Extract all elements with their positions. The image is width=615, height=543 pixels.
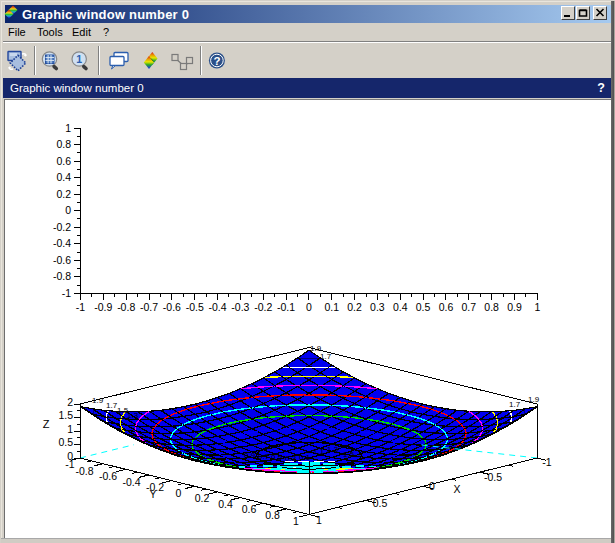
svg-text:0.5: 0.5 bbox=[271, 453, 283, 462]
svg-text:-0.6: -0.6 bbox=[163, 301, 181, 313]
svg-text:0.2: 0.2 bbox=[347, 301, 362, 313]
svg-text:0.3: 0.3 bbox=[285, 454, 297, 463]
svg-text:1.5: 1.5 bbox=[58, 409, 73, 421]
svg-text:0.7: 0.7 bbox=[461, 301, 476, 313]
svg-text:?: ? bbox=[213, 55, 220, 67]
svg-text:1: 1 bbox=[65, 122, 71, 134]
svg-text:-0.7: -0.7 bbox=[140, 301, 158, 313]
svg-text:-0.6: -0.6 bbox=[53, 254, 71, 266]
svg-text:1.7: 1.7 bbox=[509, 400, 521, 409]
svg-text:1: 1 bbox=[316, 514, 322, 526]
svg-text:-1: -1 bbox=[76, 301, 85, 313]
svg-text:-0.8: -0.8 bbox=[53, 270, 71, 282]
svg-text:-0.4: -0.4 bbox=[122, 476, 140, 488]
svg-text:0.4: 0.4 bbox=[56, 171, 71, 183]
svg-text:-0.8: -0.8 bbox=[117, 301, 135, 313]
svg-text:0.8: 0.8 bbox=[484, 301, 499, 313]
svg-text:-1: -1 bbox=[65, 458, 74, 470]
svg-text:-0.5: -0.5 bbox=[484, 471, 502, 483]
svg-text:1: 1 bbox=[67, 423, 73, 435]
svg-text:0.9: 0.9 bbox=[507, 301, 522, 313]
svg-text:1.1: 1.1 bbox=[313, 447, 325, 456]
svg-text:0.7: 0.7 bbox=[258, 452, 270, 461]
svg-text:-0.6: -0.6 bbox=[99, 470, 117, 482]
svg-text:-0.8: -0.8 bbox=[75, 465, 93, 477]
svg-text:0.6: 0.6 bbox=[439, 301, 454, 313]
svg-text:0: 0 bbox=[429, 480, 435, 492]
svg-text:0.6: 0.6 bbox=[242, 503, 257, 515]
svg-text:-1: -1 bbox=[542, 456, 551, 468]
svg-text:1: 1 bbox=[534, 301, 540, 313]
svg-text:0: 0 bbox=[65, 204, 71, 216]
svg-text:-0.4: -0.4 bbox=[208, 301, 226, 313]
svg-text:1.9: 1.9 bbox=[528, 395, 540, 404]
svg-text:1.5: 1.5 bbox=[343, 450, 355, 459]
svg-text:0.8: 0.8 bbox=[265, 509, 280, 521]
svg-text:1: 1 bbox=[293, 515, 299, 527]
svg-text:0.8: 0.8 bbox=[56, 138, 71, 150]
svg-text:-1: -1 bbox=[62, 287, 71, 299]
svg-text:0.2: 0.2 bbox=[56, 188, 71, 200]
svg-text:0.1: 0.1 bbox=[324, 301, 339, 313]
svg-text:-0.2: -0.2 bbox=[53, 221, 71, 233]
svg-text:-0.4: -0.4 bbox=[53, 237, 71, 249]
svg-text:0.9: 0.9 bbox=[244, 451, 256, 460]
svg-text:1.7: 1.7 bbox=[106, 401, 118, 410]
svg-text:1.3: 1.3 bbox=[127, 411, 139, 420]
svg-text:-0.9: -0.9 bbox=[94, 301, 112, 313]
svg-text:0.1: 0.1 bbox=[299, 453, 311, 462]
svg-text:0: 0 bbox=[306, 301, 312, 313]
svg-text:1.3: 1.3 bbox=[327, 445, 339, 454]
svg-text:0.4: 0.4 bbox=[393, 301, 408, 313]
svg-text:0.2: 0.2 bbox=[195, 492, 210, 504]
svg-text:-0.3: -0.3 bbox=[231, 301, 249, 313]
svg-text:-0.2: -0.2 bbox=[254, 301, 272, 313]
svg-text:0.6: 0.6 bbox=[56, 155, 71, 167]
svg-text:1.9: 1.9 bbox=[92, 396, 104, 405]
svg-text:Z: Z bbox=[43, 418, 50, 430]
svg-text:Y: Y bbox=[149, 488, 156, 500]
svg-text:X: X bbox=[453, 483, 460, 495]
svg-text:0.5: 0.5 bbox=[373, 497, 388, 509]
svg-text:-0.5: -0.5 bbox=[186, 301, 204, 313]
svg-text:0.3: 0.3 bbox=[370, 301, 385, 313]
svg-text:0.4: 0.4 bbox=[218, 498, 233, 510]
svg-text:1.7: 1.7 bbox=[320, 352, 332, 361]
svg-text:0.5: 0.5 bbox=[58, 436, 73, 448]
svg-text:2: 2 bbox=[67, 396, 73, 408]
svg-text:0.5: 0.5 bbox=[416, 301, 431, 313]
svg-text:1: 1 bbox=[76, 53, 82, 65]
svg-text:-0.1: -0.1 bbox=[277, 301, 295, 313]
svg-text:0: 0 bbox=[176, 487, 182, 499]
